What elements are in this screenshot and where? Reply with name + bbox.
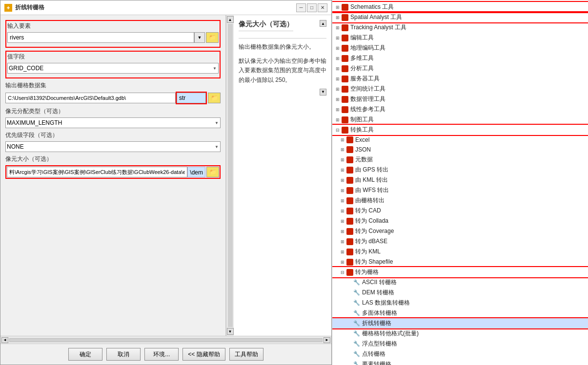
minimize-button[interactable]: ─: [296, 3, 306, 12]
tree-item-multivariate[interactable]: ⊞ 多维工具: [332, 53, 588, 63]
priority-field-select[interactable]: NONE: [5, 141, 221, 152]
environment-button[interactable]: 环境...: [144, 348, 179, 361]
tree-item-to-coverage[interactable]: ⊞ 转为 Coverage: [332, 226, 588, 236]
tree-item-spatial-stats[interactable]: ⊞ 空间统计工具: [332, 84, 588, 94]
cell-size-browse[interactable]: 📁: [206, 167, 219, 177]
toggle-cartography[interactable]: ⊞: [334, 116, 341, 123]
tree-item-linear-ref[interactable]: ⊞ 线性参考工具: [332, 104, 588, 115]
scroll-left-button[interactable]: ◄: [1, 337, 8, 343]
output-raster-path[interactable]: [5, 93, 176, 103]
label-data-mgmt: 数据管理工具: [350, 95, 385, 103]
input-features-browse[interactable]: 📁: [206, 32, 219, 43]
tree-item-metadata[interactable]: ⊞ 元数据: [332, 154, 588, 165]
toggle-excel[interactable]: ⊞: [339, 136, 346, 143]
tree-item-from-wfs[interactable]: ⊞ 由 WFS 转出: [332, 185, 588, 195]
tree-item-analysis[interactable]: ⊞ 分析工具: [332, 63, 588, 74]
toggle-from-wfs[interactable]: ⊞: [339, 187, 346, 194]
tree-item-feature-raster[interactable]: ⊞ 🔧 要素转栅格: [332, 359, 588, 365]
cell-assign-select[interactable]: MAXIMUM_LENGTH: [5, 117, 221, 128]
tree-item-raster-format[interactable]: ⊞ 🔧 栅格格转他格式(批量): [332, 328, 588, 339]
value-field-label: 值字段: [7, 53, 219, 61]
tree-item-spatial-analyst[interactable]: ⊞ Spatial Analyst 工具: [332, 12, 588, 22]
tree-item-cartography[interactable]: ⊞ 制图工具: [332, 115, 588, 125]
toggle-from-kml[interactable]: ⊞: [339, 177, 346, 184]
tree-item-data-mgmt[interactable]: ⊞ 数据管理工具: [332, 94, 588, 104]
tree-item-ascii-raster[interactable]: ⊞ 🔧 ASCII 转栅格: [332, 277, 588, 288]
scroll-right-button[interactable]: ►: [324, 337, 330, 343]
tree-item-json[interactable]: ⊞ JSON: [332, 145, 588, 154]
tree-item-from-kml[interactable]: ⊞ 由 KML 转出: [332, 175, 588, 185]
toggle-spatial-analyst[interactable]: ⊞: [334, 14, 341, 21]
tool-help-button[interactable]: 工具帮助: [229, 348, 264, 361]
ok-button[interactable]: 确定: [68, 348, 102, 361]
scroll-up-button[interactable]: ▲: [227, 16, 234, 23]
maximize-button[interactable]: □: [307, 3, 317, 12]
tree-item-to-raster[interactable]: ⊟ 转为栅格: [332, 267, 588, 277]
help-scroll-up[interactable]: ▲: [320, 20, 326, 27]
title-bar: 折线转栅格 ─ □ ✕: [0, 0, 331, 15]
tree-item-geocoding[interactable]: ⊞ 地理编码工具: [332, 43, 588, 53]
toggle-tracking[interactable]: ⊞: [334, 24, 341, 31]
toggle-metadata[interactable]: ⊞: [339, 156, 346, 163]
help-scroll-down[interactable]: ▼: [320, 89, 326, 96]
input-features-dropdown[interactable]: ▼: [194, 32, 205, 43]
icon-cartography: [341, 116, 349, 124]
toggle-to-shapefile[interactable]: ⊞: [339, 259, 346, 266]
tree-item-polyline-raster[interactable]: ⊞ 🔧 折线转栅格: [332, 318, 588, 328]
tree-item-tracking[interactable]: ⊞ Tracking Analyst 工具: [332, 22, 588, 33]
toggle-edit[interactable]: ⊞: [334, 35, 341, 41]
toggle-to-kml[interactable]: ⊞: [339, 249, 346, 255]
tree-item-to-cad[interactable]: ⊞ 转为 CAD: [332, 206, 588, 216]
toggle-server[interactable]: ⊞: [334, 76, 341, 82]
tree-item-to-dbase[interactable]: ⊞ 转为 dBASE: [332, 236, 588, 247]
toggle-to-collada[interactable]: ⊞: [339, 218, 346, 225]
toggle-to-cad[interactable]: ⊞: [339, 208, 346, 214]
tree-item-from-gps[interactable]: ⊞ 由 GPS 转出: [332, 165, 588, 175]
hide-help-button[interactable]: << 隐藏帮助: [182, 348, 225, 361]
toggle-analysis[interactable]: ⊞: [334, 65, 341, 72]
value-field-select[interactable]: GRID_CODE: [7, 63, 219, 74]
toggle-geocoding[interactable]: ⊞: [334, 45, 341, 52]
input-features-field[interactable]: [7, 32, 194, 43]
toggle-from-raster[interactable]: ⊞: [339, 197, 346, 204]
label-feature-raster: 要素转栅格: [362, 360, 391, 365]
toggle-conversion[interactable]: ⊟: [334, 127, 341, 134]
toggle-to-dbase[interactable]: ⊞: [339, 238, 346, 245]
icon-metadata: [346, 156, 354, 164]
icon-to-dbase: [346, 238, 354, 246]
toggle-schematics[interactable]: ⊞: [334, 4, 341, 11]
close-button[interactable]: ✕: [318, 3, 327, 12]
icon-from-raster: [346, 197, 354, 205]
toggle-linear-ref[interactable]: ⊞: [334, 106, 341, 113]
toggle-data-mgmt[interactable]: ⊞: [334, 96, 341, 103]
cell-size-path[interactable]: [7, 167, 187, 177]
tree-item-conversion[interactable]: ⊟ 转换工具: [332, 125, 588, 135]
toggle-json[interactable]: ⊞: [339, 146, 346, 153]
tree-item-float-raster[interactable]: ⊞ 🔧 浮点型转栅格: [332, 339, 588, 349]
tree-item-polygon-raster[interactable]: ⊞ 🔧 多面体转栅格: [332, 308, 588, 318]
str-field[interactable]: [177, 93, 206, 103]
tree-item-excel[interactable]: ⊞ Excel: [332, 135, 588, 145]
tree-item-edit[interactable]: ⊞ 编辑工具: [332, 33, 588, 43]
icon-las-wrench: 🔧: [353, 299, 361, 307]
toggle-spatial-stats[interactable]: ⊞: [334, 86, 341, 93]
cancel-button[interactable]: 取消: [106, 348, 141, 361]
tree-item-server[interactable]: ⊞ 服务器工具: [332, 74, 588, 84]
output-raster-browse[interactable]: 📁: [208, 93, 221, 103]
tree-item-schematics[interactable]: ⊞ Schematics 工具: [332, 2, 588, 12]
toggle-from-gps[interactable]: ⊞: [339, 167, 346, 173]
label-dem-raster: DEM 转栅格: [362, 288, 394, 297]
toggle-multivariate[interactable]: ⊞: [334, 55, 341, 62]
tree-item-to-kml[interactable]: ⊞ 转为 KML: [332, 247, 588, 257]
tree-item-dem-raster[interactable]: ⊞ 🔧 DEM 转栅格: [332, 288, 588, 298]
label-schematics: Schematics 工具: [350, 3, 394, 11]
tree-item-las-raster[interactable]: ⊞ 🔧 LAS 数据集转栅格: [332, 298, 588, 308]
tree-item-point-raster[interactable]: ⊞ 🔧 点转栅格: [332, 349, 588, 359]
tree-item-to-collada[interactable]: ⊞ 转为 Collada: [332, 216, 588, 226]
scroll-down-button[interactable]: ▼: [227, 328, 234, 335]
toggle-to-raster[interactable]: ⊟: [339, 269, 346, 276]
tree-item-from-raster[interactable]: ⊞ 由栅格转出: [332, 195, 588, 206]
toggle-to-coverage[interactable]: ⊞: [339, 228, 346, 235]
tree-item-to-shapefile[interactable]: ⊞ 转为 Shapefile: [332, 257, 588, 267]
title-bar-controls: ─ □ ✕: [296, 3, 327, 12]
